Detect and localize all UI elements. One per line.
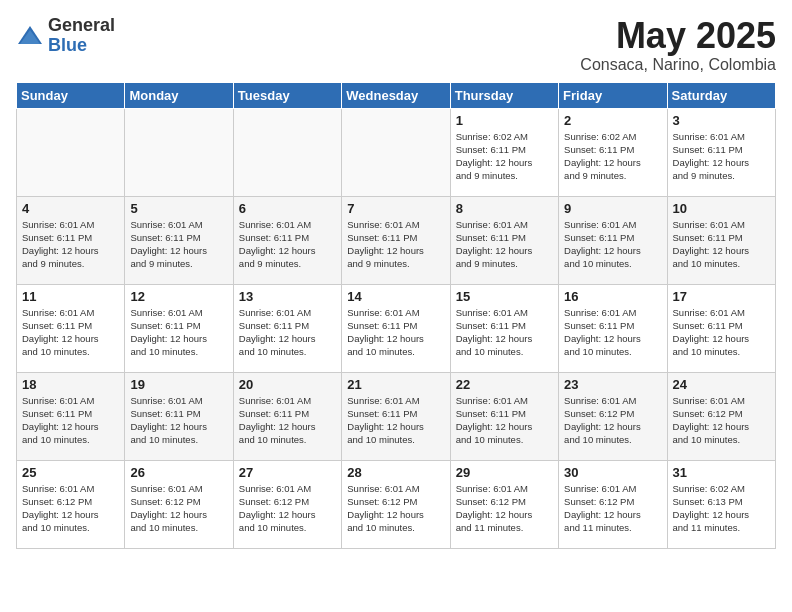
- day-info: Sunrise: 6:02 AM Sunset: 6:11 PM Dayligh…: [456, 130, 553, 183]
- weekday-header-monday: Monday: [125, 82, 233, 108]
- day-info: Sunrise: 6:01 AM Sunset: 6:12 PM Dayligh…: [130, 482, 227, 535]
- calendar-cell: 27Sunrise: 6:01 AM Sunset: 6:12 PM Dayli…: [233, 460, 341, 548]
- day-number: 29: [456, 465, 553, 480]
- weekday-header-thursday: Thursday: [450, 82, 558, 108]
- month-title: May 2025: [580, 16, 776, 56]
- weekday-header-saturday: Saturday: [667, 82, 775, 108]
- day-number: 23: [564, 377, 661, 392]
- day-number: 19: [130, 377, 227, 392]
- day-number: 25: [22, 465, 119, 480]
- weekday-header-friday: Friday: [559, 82, 667, 108]
- day-number: 5: [130, 201, 227, 216]
- calendar-week-3: 11Sunrise: 6:01 AM Sunset: 6:11 PM Dayli…: [17, 284, 776, 372]
- calendar-cell: 20Sunrise: 6:01 AM Sunset: 6:11 PM Dayli…: [233, 372, 341, 460]
- day-number: 3: [673, 113, 770, 128]
- calendar-cell: 1Sunrise: 6:02 AM Sunset: 6:11 PM Daylig…: [450, 108, 558, 196]
- day-info: Sunrise: 6:02 AM Sunset: 6:11 PM Dayligh…: [564, 130, 661, 183]
- day-info: Sunrise: 6:01 AM Sunset: 6:11 PM Dayligh…: [564, 218, 661, 271]
- day-number: 26: [130, 465, 227, 480]
- day-info: Sunrise: 6:01 AM Sunset: 6:11 PM Dayligh…: [564, 306, 661, 359]
- calendar-cell: [342, 108, 450, 196]
- calendar-cell: [125, 108, 233, 196]
- calendar-cell: 16Sunrise: 6:01 AM Sunset: 6:11 PM Dayli…: [559, 284, 667, 372]
- calendar-cell: 5Sunrise: 6:01 AM Sunset: 6:11 PM Daylig…: [125, 196, 233, 284]
- day-info: Sunrise: 6:01 AM Sunset: 6:11 PM Dayligh…: [456, 218, 553, 271]
- calendar-cell: 23Sunrise: 6:01 AM Sunset: 6:12 PM Dayli…: [559, 372, 667, 460]
- day-info: Sunrise: 6:01 AM Sunset: 6:11 PM Dayligh…: [239, 306, 336, 359]
- day-number: 2: [564, 113, 661, 128]
- day-info: Sunrise: 6:01 AM Sunset: 6:12 PM Dayligh…: [347, 482, 444, 535]
- day-number: 20: [239, 377, 336, 392]
- calendar-cell: 21Sunrise: 6:01 AM Sunset: 6:11 PM Dayli…: [342, 372, 450, 460]
- day-number: 4: [22, 201, 119, 216]
- calendar-cell: 22Sunrise: 6:01 AM Sunset: 6:11 PM Dayli…: [450, 372, 558, 460]
- logo-text: General Blue: [48, 16, 115, 56]
- day-number: 17: [673, 289, 770, 304]
- weekday-header-sunday: Sunday: [17, 82, 125, 108]
- day-info: Sunrise: 6:01 AM Sunset: 6:11 PM Dayligh…: [239, 218, 336, 271]
- day-info: Sunrise: 6:01 AM Sunset: 6:11 PM Dayligh…: [22, 394, 119, 447]
- calendar-cell: 10Sunrise: 6:01 AM Sunset: 6:11 PM Dayli…: [667, 196, 775, 284]
- calendar-cell: 26Sunrise: 6:01 AM Sunset: 6:12 PM Dayli…: [125, 460, 233, 548]
- calendar-cell: 7Sunrise: 6:01 AM Sunset: 6:11 PM Daylig…: [342, 196, 450, 284]
- calendar-table: SundayMondayTuesdayWednesdayThursdayFrid…: [16, 82, 776, 549]
- calendar-cell: [233, 108, 341, 196]
- day-info: Sunrise: 6:02 AM Sunset: 6:13 PM Dayligh…: [673, 482, 770, 535]
- calendar-cell: 28Sunrise: 6:01 AM Sunset: 6:12 PM Dayli…: [342, 460, 450, 548]
- day-info: Sunrise: 6:01 AM Sunset: 6:12 PM Dayligh…: [22, 482, 119, 535]
- calendar-week-5: 25Sunrise: 6:01 AM Sunset: 6:12 PM Dayli…: [17, 460, 776, 548]
- day-info: Sunrise: 6:01 AM Sunset: 6:11 PM Dayligh…: [239, 394, 336, 447]
- title-block: May 2025 Consaca, Narino, Colombia: [580, 16, 776, 74]
- calendar-cell: 3Sunrise: 6:01 AM Sunset: 6:11 PM Daylig…: [667, 108, 775, 196]
- calendar-cell: 24Sunrise: 6:01 AM Sunset: 6:12 PM Dayli…: [667, 372, 775, 460]
- calendar-week-1: 1Sunrise: 6:02 AM Sunset: 6:11 PM Daylig…: [17, 108, 776, 196]
- day-info: Sunrise: 6:01 AM Sunset: 6:11 PM Dayligh…: [347, 218, 444, 271]
- day-number: 11: [22, 289, 119, 304]
- day-number: 6: [239, 201, 336, 216]
- day-info: Sunrise: 6:01 AM Sunset: 6:11 PM Dayligh…: [347, 306, 444, 359]
- day-number: 16: [564, 289, 661, 304]
- calendar-cell: 8Sunrise: 6:01 AM Sunset: 6:11 PM Daylig…: [450, 196, 558, 284]
- day-info: Sunrise: 6:01 AM Sunset: 6:11 PM Dayligh…: [130, 218, 227, 271]
- day-number: 1: [456, 113, 553, 128]
- day-number: 7: [347, 201, 444, 216]
- calendar-cell: 19Sunrise: 6:01 AM Sunset: 6:11 PM Dayli…: [125, 372, 233, 460]
- weekday-header-row: SundayMondayTuesdayWednesdayThursdayFrid…: [17, 82, 776, 108]
- calendar-cell: 9Sunrise: 6:01 AM Sunset: 6:11 PM Daylig…: [559, 196, 667, 284]
- calendar-cell: 4Sunrise: 6:01 AM Sunset: 6:11 PM Daylig…: [17, 196, 125, 284]
- day-number: 8: [456, 201, 553, 216]
- day-number: 22: [456, 377, 553, 392]
- day-info: Sunrise: 6:01 AM Sunset: 6:11 PM Dayligh…: [673, 306, 770, 359]
- calendar-week-2: 4Sunrise: 6:01 AM Sunset: 6:11 PM Daylig…: [17, 196, 776, 284]
- day-info: Sunrise: 6:01 AM Sunset: 6:12 PM Dayligh…: [564, 482, 661, 535]
- calendar-cell: 17Sunrise: 6:01 AM Sunset: 6:11 PM Dayli…: [667, 284, 775, 372]
- day-info: Sunrise: 6:01 AM Sunset: 6:12 PM Dayligh…: [456, 482, 553, 535]
- day-info: Sunrise: 6:01 AM Sunset: 6:11 PM Dayligh…: [22, 306, 119, 359]
- day-info: Sunrise: 6:01 AM Sunset: 6:12 PM Dayligh…: [239, 482, 336, 535]
- logo-icon: [16, 22, 44, 50]
- day-info: Sunrise: 6:01 AM Sunset: 6:11 PM Dayligh…: [22, 218, 119, 271]
- day-number: 28: [347, 465, 444, 480]
- day-info: Sunrise: 6:01 AM Sunset: 6:11 PM Dayligh…: [130, 394, 227, 447]
- day-info: Sunrise: 6:01 AM Sunset: 6:12 PM Dayligh…: [673, 394, 770, 447]
- day-info: Sunrise: 6:01 AM Sunset: 6:11 PM Dayligh…: [673, 218, 770, 271]
- calendar-cell: 18Sunrise: 6:01 AM Sunset: 6:11 PM Dayli…: [17, 372, 125, 460]
- day-info: Sunrise: 6:01 AM Sunset: 6:11 PM Dayligh…: [456, 394, 553, 447]
- calendar-cell: 13Sunrise: 6:01 AM Sunset: 6:11 PM Dayli…: [233, 284, 341, 372]
- logo: General Blue: [16, 16, 115, 56]
- day-number: 9: [564, 201, 661, 216]
- calendar-cell: 31Sunrise: 6:02 AM Sunset: 6:13 PM Dayli…: [667, 460, 775, 548]
- calendar-cell: 6Sunrise: 6:01 AM Sunset: 6:11 PM Daylig…: [233, 196, 341, 284]
- calendar-cell: 12Sunrise: 6:01 AM Sunset: 6:11 PM Dayli…: [125, 284, 233, 372]
- day-number: 12: [130, 289, 227, 304]
- day-number: 24: [673, 377, 770, 392]
- calendar-header: SundayMondayTuesdayWednesdayThursdayFrid…: [17, 82, 776, 108]
- day-info: Sunrise: 6:01 AM Sunset: 6:11 PM Dayligh…: [347, 394, 444, 447]
- calendar-cell: 2Sunrise: 6:02 AM Sunset: 6:11 PM Daylig…: [559, 108, 667, 196]
- day-info: Sunrise: 6:01 AM Sunset: 6:12 PM Dayligh…: [564, 394, 661, 447]
- day-number: 15: [456, 289, 553, 304]
- logo-blue: Blue: [48, 36, 115, 56]
- weekday-header-wednesday: Wednesday: [342, 82, 450, 108]
- calendar-cell: 29Sunrise: 6:01 AM Sunset: 6:12 PM Dayli…: [450, 460, 558, 548]
- weekday-header-tuesday: Tuesday: [233, 82, 341, 108]
